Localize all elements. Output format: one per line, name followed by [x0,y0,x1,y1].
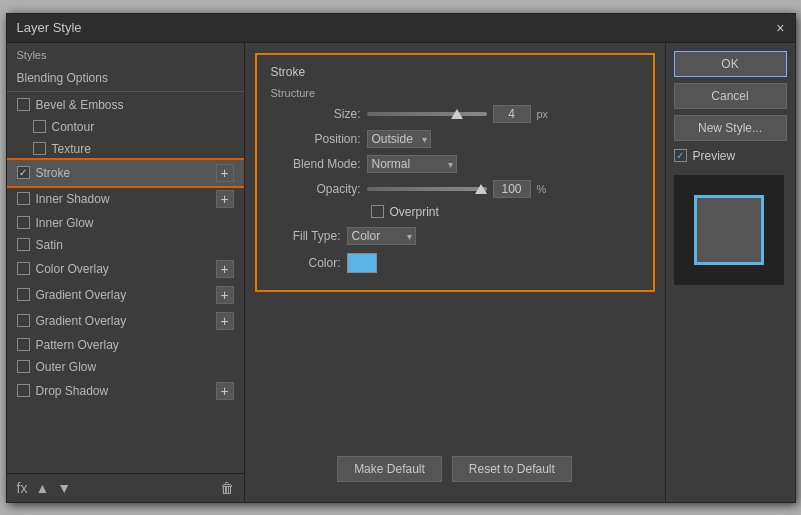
color-overlay-add-button[interactable]: + [216,260,234,278]
opacity-unit: % [537,183,547,195]
bevel-emboss-checkbox[interactable] [17,98,30,111]
preview-canvas [674,175,784,285]
outer-glow-label: Outer Glow [36,360,97,374]
preview-square [694,195,764,265]
move-down-button[interactable]: ▼ [57,480,71,496]
drop-shadow-add-button[interactable]: + [216,382,234,400]
texture-label: Texture [52,142,91,156]
drop-shadow-label: Drop Shadow [36,384,109,398]
structure-title: Structure [271,87,639,99]
layer-style-dialog: Layer Style × Styles Blending Options Be… [6,13,796,503]
make-default-button[interactable]: Make Default [337,456,442,482]
sidebar-item-gradient-overlay-2[interactable]: Gradient Overlay + [7,308,244,334]
sidebar-item-inner-glow[interactable]: Inner Glow [7,212,244,234]
inner-shadow-add-button[interactable]: + [216,190,234,208]
overprint-row: Overprint [371,205,639,219]
size-slider-track[interactable] [367,112,487,116]
preview-label: Preview [693,149,736,163]
reset-to-default-button[interactable]: Reset to Default [452,456,572,482]
title-bar: Layer Style × [7,14,795,43]
position-row: Position: Outside Inside Center [271,130,639,148]
styles-header: Styles [7,43,244,67]
sidebar-item-pattern-overlay[interactable]: Pattern Overlay [7,334,244,356]
close-button[interactable]: × [776,20,784,36]
color-row: Color: [271,253,639,273]
fill-type-row: Fill Type: Color Gradient Pattern [271,227,639,245]
gradient-overlay2-label: Gradient Overlay [36,314,127,328]
stroke-section: Stroke Structure Size: px Position: [255,53,655,292]
satin-label: Satin [36,238,63,252]
size-unit: px [537,108,549,120]
size-input[interactable] [493,105,531,123]
cancel-button[interactable]: Cancel [674,83,787,109]
pattern-overlay-label: Pattern Overlay [36,338,119,352]
sidebar-item-texture[interactable]: Texture [7,138,244,160]
dialog-title: Layer Style [17,20,82,35]
gradient-overlay2-add-button[interactable]: + [216,312,234,330]
color-swatch[interactable] [347,253,377,273]
inner-glow-checkbox[interactable] [17,216,30,229]
size-row: Size: px [271,105,639,123]
opacity-row: Opacity: % [271,180,639,198]
position-select[interactable]: Outside Inside Center [367,130,431,148]
right-panel: OK Cancel New Style... Preview [665,43,795,502]
pattern-overlay-checkbox[interactable] [17,338,30,351]
sidebar-item-drop-shadow[interactable]: Drop Shadow + [7,378,244,404]
stroke-title: Stroke [271,65,639,79]
blend-mode-row: Blend Mode: Normal Dissolve Multiply Scr… [271,155,639,173]
opacity-label: Opacity: [271,182,361,196]
texture-checkbox[interactable] [33,142,46,155]
sidebar-item-satin[interactable]: Satin [7,234,244,256]
sidebar-item-color-overlay[interactable]: Color Overlay + [7,256,244,282]
delete-button[interactable]: 🗑 [220,480,234,496]
position-label: Position: [271,132,361,146]
size-label: Size: [271,107,361,121]
stroke-label: Stroke [36,166,71,180]
left-panel: Styles Blending Options Bevel & Emboss C… [7,43,245,502]
preview-checkbox[interactable] [674,149,687,162]
gradient-overlay1-label: Gradient Overlay [36,288,127,302]
size-slider-thumb[interactable] [451,109,463,119]
stroke-checkbox[interactable] [17,166,30,179]
outer-glow-checkbox[interactable] [17,360,30,373]
left-footer: fx ▲ ▼ 🗑 [7,473,244,502]
sidebar-item-bevel-emboss[interactable]: Bevel & Emboss [7,94,244,116]
ok-button[interactable]: OK [674,51,787,77]
blending-options-item[interactable]: Blending Options [7,67,244,89]
sidebar-item-gradient-overlay-1[interactable]: Gradient Overlay + [7,282,244,308]
sidebar-item-outer-glow[interactable]: Outer Glow [7,356,244,378]
blend-mode-label: Blend Mode: [271,157,361,171]
fill-type-label: Fill Type: [271,229,341,243]
bevel-emboss-label: Bevel & Emboss [36,98,124,112]
fx-button[interactable]: fx [17,480,28,496]
opacity-slider-thumb[interactable] [475,184,487,194]
stroke-add-button[interactable]: + [216,164,234,182]
gradient-overlay1-checkbox[interactable] [17,288,30,301]
color-label: Color: [271,256,341,270]
move-up-button[interactable]: ▲ [35,480,49,496]
satin-checkbox[interactable] [17,238,30,251]
center-panel: Stroke Structure Size: px Position: [245,43,665,502]
color-overlay-label: Color Overlay [36,262,109,276]
preview-row: Preview [674,147,787,165]
opacity-input[interactable] [493,180,531,198]
inner-glow-label: Inner Glow [36,216,94,230]
overprint-checkbox[interactable] [371,205,384,218]
dialog-body: Styles Blending Options Bevel & Emboss C… [7,43,795,502]
contour-label: Contour [52,120,95,134]
blend-mode-select[interactable]: Normal Dissolve Multiply Screen [367,155,457,173]
sidebar-item-stroke[interactable]: Stroke + [7,160,244,186]
sidebar-item-inner-shadow[interactable]: Inner Shadow + [7,186,244,212]
drop-shadow-checkbox[interactable] [17,384,30,397]
contour-checkbox[interactable] [33,120,46,133]
color-overlay-checkbox[interactable] [17,262,30,275]
sidebar-item-contour[interactable]: Contour [7,116,244,138]
opacity-slider-track[interactable] [367,187,487,191]
gradient-overlay1-add-button[interactable]: + [216,286,234,304]
inner-shadow-label: Inner Shadow [36,192,110,206]
new-style-button[interactable]: New Style... [674,115,787,141]
gradient-overlay2-checkbox[interactable] [17,314,30,327]
overprint-label: Overprint [390,205,439,219]
inner-shadow-checkbox[interactable] [17,192,30,205]
fill-type-select[interactable]: Color Gradient Pattern [347,227,416,245]
